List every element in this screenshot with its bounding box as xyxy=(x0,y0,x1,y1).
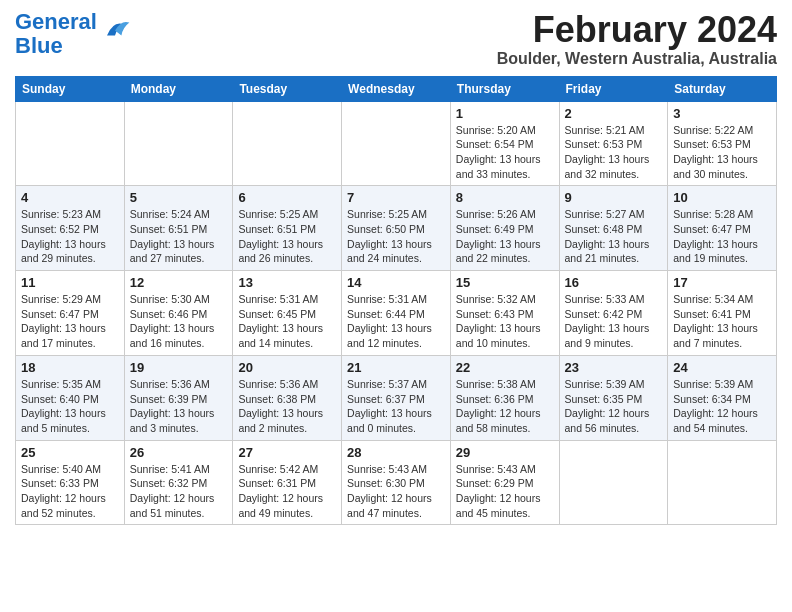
weekday-header: Saturday xyxy=(668,76,777,101)
logo: General Blue xyxy=(15,10,131,58)
calendar-week-row: 11Sunrise: 5:29 AM Sunset: 6:47 PM Dayli… xyxy=(16,271,777,356)
calendar-cell: 5Sunrise: 5:24 AM Sunset: 6:51 PM Daylig… xyxy=(124,186,233,271)
weekday-header: Friday xyxy=(559,76,668,101)
calendar-cell xyxy=(124,101,233,186)
calendar-cell xyxy=(559,440,668,525)
cell-day-number: 17 xyxy=(673,275,771,290)
calendar-cell xyxy=(16,101,125,186)
calendar-cell: 20Sunrise: 5:36 AM Sunset: 6:38 PM Dayli… xyxy=(233,355,342,440)
weekday-header: Tuesday xyxy=(233,76,342,101)
cell-info: Sunrise: 5:35 AM Sunset: 6:40 PM Dayligh… xyxy=(21,377,119,436)
cell-info: Sunrise: 5:23 AM Sunset: 6:52 PM Dayligh… xyxy=(21,207,119,266)
cell-info: Sunrise: 5:36 AM Sunset: 6:38 PM Dayligh… xyxy=(238,377,336,436)
calendar-cell: 25Sunrise: 5:40 AM Sunset: 6:33 PM Dayli… xyxy=(16,440,125,525)
calendar-cell: 3Sunrise: 5:22 AM Sunset: 6:53 PM Daylig… xyxy=(668,101,777,186)
logo-text: General Blue xyxy=(15,10,97,58)
cell-day-number: 1 xyxy=(456,106,554,121)
cell-info: Sunrise: 5:24 AM Sunset: 6:51 PM Dayligh… xyxy=(130,207,228,266)
calendar-cell: 21Sunrise: 5:37 AM Sunset: 6:37 PM Dayli… xyxy=(342,355,451,440)
cell-info: Sunrise: 5:25 AM Sunset: 6:50 PM Dayligh… xyxy=(347,207,445,266)
cell-day-number: 19 xyxy=(130,360,228,375)
weekday-header: Thursday xyxy=(450,76,559,101)
calendar-week-row: 18Sunrise: 5:35 AM Sunset: 6:40 PM Dayli… xyxy=(16,355,777,440)
calendar-week-row: 4Sunrise: 5:23 AM Sunset: 6:52 PM Daylig… xyxy=(16,186,777,271)
cell-info: Sunrise: 5:43 AM Sunset: 6:30 PM Dayligh… xyxy=(347,462,445,521)
calendar-cell: 1Sunrise: 5:20 AM Sunset: 6:54 PM Daylig… xyxy=(450,101,559,186)
cell-info: Sunrise: 5:34 AM Sunset: 6:41 PM Dayligh… xyxy=(673,292,771,351)
cell-info: Sunrise: 5:40 AM Sunset: 6:33 PM Dayligh… xyxy=(21,462,119,521)
calendar-cell xyxy=(233,101,342,186)
cell-info: Sunrise: 5:38 AM Sunset: 6:36 PM Dayligh… xyxy=(456,377,554,436)
cell-day-number: 10 xyxy=(673,190,771,205)
calendar-cell: 22Sunrise: 5:38 AM Sunset: 6:36 PM Dayli… xyxy=(450,355,559,440)
cell-day-number: 29 xyxy=(456,445,554,460)
cell-info: Sunrise: 5:22 AM Sunset: 6:53 PM Dayligh… xyxy=(673,123,771,182)
cell-day-number: 25 xyxy=(21,445,119,460)
cell-info: Sunrise: 5:37 AM Sunset: 6:37 PM Dayligh… xyxy=(347,377,445,436)
calendar-cell: 29Sunrise: 5:43 AM Sunset: 6:29 PM Dayli… xyxy=(450,440,559,525)
cell-day-number: 9 xyxy=(565,190,663,205)
calendar-cell: 4Sunrise: 5:23 AM Sunset: 6:52 PM Daylig… xyxy=(16,186,125,271)
cell-day-number: 2 xyxy=(565,106,663,121)
cell-info: Sunrise: 5:36 AM Sunset: 6:39 PM Dayligh… xyxy=(130,377,228,436)
calendar-cell: 14Sunrise: 5:31 AM Sunset: 6:44 PM Dayli… xyxy=(342,271,451,356)
calendar-cell: 16Sunrise: 5:33 AM Sunset: 6:42 PM Dayli… xyxy=(559,271,668,356)
calendar-cell: 28Sunrise: 5:43 AM Sunset: 6:30 PM Dayli… xyxy=(342,440,451,525)
calendar-cell: 2Sunrise: 5:21 AM Sunset: 6:53 PM Daylig… xyxy=(559,101,668,186)
cell-day-number: 14 xyxy=(347,275,445,290)
calendar-cell: 24Sunrise: 5:39 AM Sunset: 6:34 PM Dayli… xyxy=(668,355,777,440)
logo-bird-icon xyxy=(99,13,131,52)
cell-info: Sunrise: 5:31 AM Sunset: 6:45 PM Dayligh… xyxy=(238,292,336,351)
weekday-header: Monday xyxy=(124,76,233,101)
calendar-cell xyxy=(342,101,451,186)
page-subtitle: Boulder, Western Australia, Australia xyxy=(497,50,777,68)
weekday-header: Wednesday xyxy=(342,76,451,101)
cell-info: Sunrise: 5:26 AM Sunset: 6:49 PM Dayligh… xyxy=(456,207,554,266)
cell-day-number: 21 xyxy=(347,360,445,375)
cell-info: Sunrise: 5:30 AM Sunset: 6:46 PM Dayligh… xyxy=(130,292,228,351)
cell-info: Sunrise: 5:39 AM Sunset: 6:34 PM Dayligh… xyxy=(673,377,771,436)
cell-day-number: 11 xyxy=(21,275,119,290)
calendar-table: SundayMondayTuesdayWednesdayThursdayFrid… xyxy=(15,76,777,526)
cell-info: Sunrise: 5:21 AM Sunset: 6:53 PM Dayligh… xyxy=(565,123,663,182)
calendar-cell: 6Sunrise: 5:25 AM Sunset: 6:51 PM Daylig… xyxy=(233,186,342,271)
cell-info: Sunrise: 5:31 AM Sunset: 6:44 PM Dayligh… xyxy=(347,292,445,351)
calendar-cell xyxy=(668,440,777,525)
cell-day-number: 27 xyxy=(238,445,336,460)
weekday-header: Sunday xyxy=(16,76,125,101)
cell-day-number: 16 xyxy=(565,275,663,290)
cell-info: Sunrise: 5:20 AM Sunset: 6:54 PM Dayligh… xyxy=(456,123,554,182)
calendar-cell: 9Sunrise: 5:27 AM Sunset: 6:48 PM Daylig… xyxy=(559,186,668,271)
calendar-cell: 11Sunrise: 5:29 AM Sunset: 6:47 PM Dayli… xyxy=(16,271,125,356)
cell-day-number: 20 xyxy=(238,360,336,375)
cell-info: Sunrise: 5:25 AM Sunset: 6:51 PM Dayligh… xyxy=(238,207,336,266)
cell-day-number: 4 xyxy=(21,190,119,205)
cell-info: Sunrise: 5:27 AM Sunset: 6:48 PM Dayligh… xyxy=(565,207,663,266)
calendar-cell: 18Sunrise: 5:35 AM Sunset: 6:40 PM Dayli… xyxy=(16,355,125,440)
calendar-cell: 19Sunrise: 5:36 AM Sunset: 6:39 PM Dayli… xyxy=(124,355,233,440)
cell-info: Sunrise: 5:32 AM Sunset: 6:43 PM Dayligh… xyxy=(456,292,554,351)
cell-day-number: 6 xyxy=(238,190,336,205)
calendar-cell: 12Sunrise: 5:30 AM Sunset: 6:46 PM Dayli… xyxy=(124,271,233,356)
cell-info: Sunrise: 5:28 AM Sunset: 6:47 PM Dayligh… xyxy=(673,207,771,266)
cell-day-number: 8 xyxy=(456,190,554,205)
cell-day-number: 13 xyxy=(238,275,336,290)
cell-day-number: 7 xyxy=(347,190,445,205)
cell-day-number: 28 xyxy=(347,445,445,460)
cell-day-number: 18 xyxy=(21,360,119,375)
calendar-cell: 27Sunrise: 5:42 AM Sunset: 6:31 PM Dayli… xyxy=(233,440,342,525)
cell-info: Sunrise: 5:39 AM Sunset: 6:35 PM Dayligh… xyxy=(565,377,663,436)
calendar-header-row: SundayMondayTuesdayWednesdayThursdayFrid… xyxy=(16,76,777,101)
cell-day-number: 26 xyxy=(130,445,228,460)
cell-day-number: 24 xyxy=(673,360,771,375)
calendar-week-row: 1Sunrise: 5:20 AM Sunset: 6:54 PM Daylig… xyxy=(16,101,777,186)
cell-day-number: 15 xyxy=(456,275,554,290)
cell-info: Sunrise: 5:33 AM Sunset: 6:42 PM Dayligh… xyxy=(565,292,663,351)
calendar-cell: 10Sunrise: 5:28 AM Sunset: 6:47 PM Dayli… xyxy=(668,186,777,271)
calendar-cell: 7Sunrise: 5:25 AM Sunset: 6:50 PM Daylig… xyxy=(342,186,451,271)
calendar-cell: 13Sunrise: 5:31 AM Sunset: 6:45 PM Dayli… xyxy=(233,271,342,356)
calendar-cell: 17Sunrise: 5:34 AM Sunset: 6:41 PM Dayli… xyxy=(668,271,777,356)
cell-day-number: 5 xyxy=(130,190,228,205)
calendar-cell: 23Sunrise: 5:39 AM Sunset: 6:35 PM Dayli… xyxy=(559,355,668,440)
cell-info: Sunrise: 5:41 AM Sunset: 6:32 PM Dayligh… xyxy=(130,462,228,521)
